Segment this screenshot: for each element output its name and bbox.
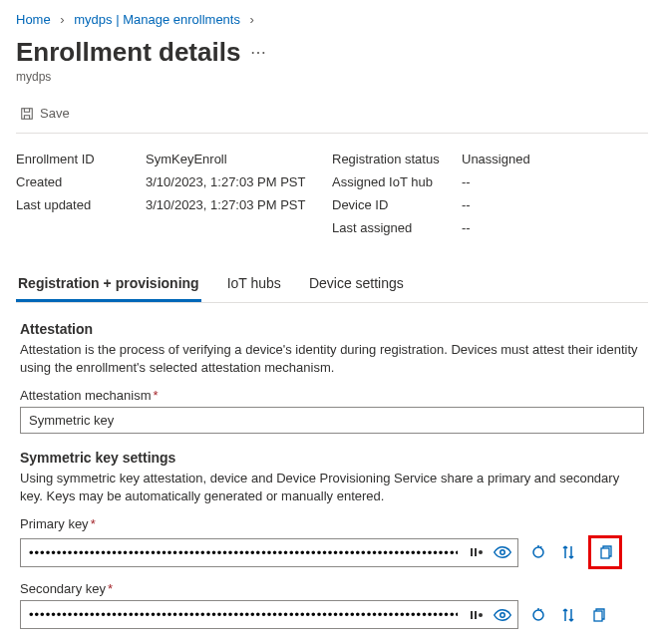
secondary-key-row (20, 600, 644, 629)
last-updated-value: 3/10/2023, 1:27:03 PM PST (146, 197, 305, 212)
attestation-mechanism-label: Attestation mechanism* (20, 388, 644, 403)
svg-point-11 (533, 610, 543, 620)
eye-icon[interactable] (493, 542, 512, 562)
tab-registration-provisioning[interactable]: Registration + provisioning (16, 269, 201, 302)
svg-rect-8 (475, 611, 477, 619)
swap-icon[interactable] (558, 605, 578, 625)
details-grid: Enrollment IDSymKeyEnroll Created3/10/20… (16, 152, 648, 243)
page-title: Enrollment details (16, 37, 240, 68)
enrollment-id-value: SymKeyEnroll (146, 152, 227, 166)
key-settings-icon[interactable] (467, 542, 487, 562)
svg-point-10 (500, 612, 505, 617)
svg-point-4 (500, 550, 505, 555)
last-assigned-label: Last assigned (332, 220, 462, 235)
tab-iot-hubs[interactable]: IoT hubs (225, 269, 283, 302)
tab-device-settings[interactable]: Device settings (307, 269, 406, 302)
enrollment-id-label: Enrollment ID (16, 152, 146, 166)
key-settings-icon[interactable] (467, 605, 487, 625)
device-id-label: Device ID (332, 197, 462, 212)
registration-status-value: Unassigned (462, 152, 530, 166)
last-assigned-value: -- (462, 220, 471, 235)
copy-icon[interactable] (595, 542, 615, 562)
attestation-desc: Attestation is the process of verifying … (20, 341, 644, 376)
primary-key-label: Primary key* (20, 516, 644, 531)
assigned-hub-value: -- (462, 174, 471, 189)
last-updated-label: Last updated (16, 197, 146, 212)
svg-rect-0 (22, 108, 33, 119)
svg-rect-12 (594, 611, 602, 621)
chevron-right-icon: › (250, 12, 254, 27)
symkey-heading: Symmetric key settings (20, 450, 644, 466)
svg-point-3 (479, 550, 483, 554)
breadcrumb-home[interactable]: Home (16, 12, 51, 27)
svg-rect-7 (471, 611, 473, 619)
svg-rect-1 (471, 548, 473, 556)
copy-icon[interactable] (588, 605, 608, 625)
symmetric-key-section: Symmetric key settings Using symmetric k… (16, 450, 648, 629)
primary-key-input[interactable] (20, 538, 518, 567)
svg-rect-6 (601, 548, 609, 558)
secondary-key-label: Secondary key* (20, 581, 644, 596)
save-icon (20, 107, 34, 121)
registration-status-label: Registration status (332, 152, 462, 166)
regenerate-icon[interactable] (528, 605, 548, 625)
regenerate-icon[interactable] (528, 542, 548, 562)
svg-point-9 (479, 613, 483, 617)
page-subtitle: mydps (16, 70, 648, 84)
attestation-heading: Attestation (20, 321, 644, 337)
tabs: Registration + provisioning IoT hubs Dev… (16, 269, 648, 303)
save-button[interactable]: Save (16, 104, 74, 123)
attestation-section: Attestation Attestation is the process o… (16, 321, 648, 434)
required-icon: * (154, 388, 159, 403)
more-icon[interactable]: ⋯ (250, 43, 266, 62)
symkey-desc: Using symmetric key attestation, device … (20, 470, 644, 504)
swap-icon[interactable] (558, 542, 578, 562)
device-id-value: -- (462, 197, 471, 212)
svg-rect-2 (475, 548, 477, 556)
created-value: 3/10/2023, 1:27:03 PM PST (146, 174, 305, 189)
required-icon: * (108, 581, 113, 596)
required-icon: * (91, 516, 96, 531)
primary-key-row (20, 535, 644, 569)
breadcrumb: Home › mydps | Manage enrollments › (16, 12, 648, 27)
eye-icon[interactable] (493, 605, 512, 625)
assigned-hub-label: Assigned IoT hub (332, 174, 462, 189)
secondary-key-input[interactable] (20, 600, 518, 629)
svg-point-5 (533, 547, 543, 557)
attestation-mechanism-value[interactable]: Symmetric key (20, 407, 644, 434)
save-label: Save (40, 106, 70, 121)
breadcrumb-mydps[interactable]: mydps | Manage enrollments (74, 12, 240, 27)
chevron-right-icon: › (60, 12, 64, 27)
created-label: Created (16, 174, 146, 189)
copy-highlight (588, 535, 622, 569)
toolbar: Save (16, 98, 648, 134)
